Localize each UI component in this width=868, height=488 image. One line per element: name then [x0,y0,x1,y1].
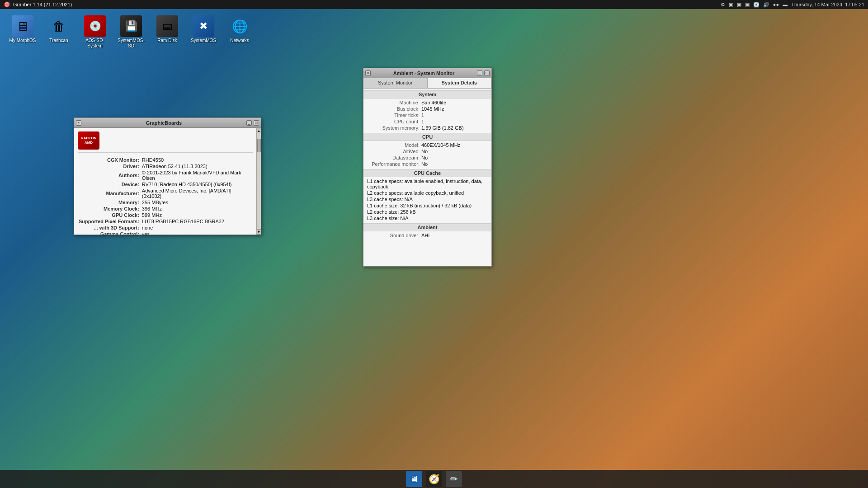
ramdisk-icon: 🖴 [156,15,178,37]
info-timer-ticks: Timer ticks: 1 [363,112,491,118]
row-value: none [142,225,252,230]
taskbar-edit-icon[interactable]: ✏ [446,471,462,487]
row-value: 255 MBytes [142,200,252,205]
mymorphos-icon: 🖥 [12,15,33,37]
trashcan-icon: 🗑 [48,15,70,37]
topbar-icon-win2[interactable]: ▣ [737,2,741,8]
row-label: ... with 3D Support: [79,225,141,230]
gb-min-button[interactable]: _ [246,120,252,126]
info-l2-size: L2 cache size: 256 kB [363,209,491,215]
graphic-boards-title: GraphicBoards [83,120,245,126]
topbar-icon-indicators: ●● [773,2,779,7]
topbar-left: 🎯 Grabber 1.14 (21.12.2021) [4,1,72,8]
desktop-icon-networks[interactable]: 🌐 Networks [224,14,255,51]
gb-scroll-thumb[interactable] [257,139,261,152]
radeon-logo: RADEONAMD [78,131,99,150]
topbar: 🎯 Grabber 1.14 (21.12.2021) ⚙ ▣ ▣ ▣ 💽 🔊 … [0,0,868,9]
gb-table: CGX Monitor:RHD4550Driver:ATIRadeon 52.4… [78,156,253,235]
graphic-boards-titlebar[interactable]: × GraphicBoards _ □ [74,118,261,128]
ambient-window: × Ambient · System Monitor _ □ System Mo… [363,68,492,267]
desktop-icon-aos-sd[interactable]: 💿 AOS-SD-System [79,14,111,51]
row-label: Device: [79,182,141,187]
section-system: System [363,90,491,99]
info-altivec: AltiVec: No [363,148,491,155]
mymorphos-label: My MorphOS [9,38,36,43]
info-l1-size: L1 cache size: 32 kB (instruction) / 32 … [363,202,491,209]
table-row: CGX Monitor:RHD4550 [79,157,252,163]
gb-header: RADEONAMD [78,131,253,153]
grabber-icon: 🎯 [4,1,10,8]
info-bus-clock: Bus clock: 1045 MHz [363,106,491,112]
taskbar-screen-icon[interactable]: 🖥 [406,471,422,487]
ramdisk-label: Ram Disk [157,38,177,43]
info-model: Model: 460EX/1045 MHz [363,142,491,148]
ambient-min-button[interactable]: _ [477,70,482,76]
info-datastream: Datastream: No [363,155,491,161]
table-row: Gamma Control:yes [79,231,252,235]
ambient-max-button[interactable]: □ [484,70,490,76]
info-l3-size: L3 cache size: N/A [363,215,491,221]
gb-content: RADEONAMD CGX Monitor:RHD4550Driver:ATIR… [74,128,256,235]
ambient-title: Ambient · System Monitor [373,70,475,76]
row-label: Memory Clock: [79,206,141,211]
systemmOS-icon: ✖ [193,15,214,37]
row-value: yes [142,231,252,235]
table-row: Device:RV710 [Radeon HD 4350/4550] (0x95… [79,182,252,187]
table-row: Manufacturer:Advanced Micro Devices, Inc… [79,188,252,199]
desktop-icon-systemos-sd[interactable]: 💾 SystemMOS-SD [115,14,147,51]
table-row: Memory:255 MBytes [79,200,252,205]
section-cpu: CPU [363,133,491,141]
trashcan-label: Trashcan [49,38,68,43]
info-l2-specs: L2 cache specs: available copyback, unif… [363,190,491,196]
info-sound-driver: Sound driver: AHI [363,232,491,239]
topbar-icon-win3[interactable]: ▣ [745,2,750,8]
section-cpu-cache: CPU Cache [363,169,491,177]
tab-system-monitor[interactable]: System Monitor [363,78,428,88]
desktop-icon-mymorphos[interactable]: 🖥 My MorphOS [7,14,38,51]
table-row: ... with 3D Support:none [79,225,252,230]
systemmOS-label: SystemMOS [191,38,216,43]
ambient-titlebar[interactable]: × Ambient · System Monitor _ □ [363,68,491,78]
row-value: 599 MHz [142,212,252,218]
desktop-icon-trashcan[interactable]: 🗑 Trashcan [43,14,75,51]
systemos-sd-icon: 💾 [120,15,142,37]
topbar-icon-hdd: 💽 [753,2,760,8]
row-label: Memory: [79,200,141,205]
desktop-icon-ramdisk[interactable]: 🖴 Ram Disk [151,14,183,51]
gb-scrollbar[interactable]: ▲ ▼ [256,128,261,235]
row-value: RV710 [Radeon HD 4350/4550] (0x954f) [142,182,252,187]
ambient-close-button[interactable]: × [365,70,371,76]
ambient-tabs: System Monitor System Details [363,78,491,89]
ambient-content: System Machine: Sam460lite Bus clock: 10… [363,89,491,266]
info-machine: Machine: Sam460lite [363,99,491,106]
desktop-icon-systemmOS[interactable]: ✖ SystemMOS [188,14,219,51]
gb-max-button[interactable]: □ [254,120,259,126]
topbar-icon-settings[interactable]: ⚙ [721,2,725,8]
aos-sd-label: AOS-SD-System [81,38,109,49]
networks-icon: 🌐 [229,15,250,37]
topbar-icon-win1[interactable]: ▣ [729,2,733,8]
row-value: RHD4550 [142,157,252,163]
row-label: Supported Pixel Formats: [79,219,141,224]
info-system-memory: System memory: 1.69 GiB (1.82 GB) [363,125,491,131]
info-cpu-count: CPU count: 1 [363,118,491,125]
topbar-icon-volume[interactable]: 🔊 [763,2,769,8]
row-label: GPU Clock: [79,212,141,218]
row-value: © 2001-2023 by Frank Mariak/VFD and Mark… [142,170,252,181]
tab-system-details[interactable]: System Details [428,78,492,88]
info-perf-monitor: Performance monitor: No [363,161,491,167]
gb-scroll-up[interactable]: ▲ [257,128,261,133]
row-label: Manufacturer: [79,188,141,199]
row-value: 396 MHz [142,206,252,211]
section-ambient: Ambient [363,223,491,231]
taskbar: 🖥 🧭 ✏ [0,470,868,488]
topbar-title: Grabber 1.14 (21.12.2021) [13,2,72,7]
taskbar-navigator-icon[interactable]: 🧭 [426,471,442,487]
topbar-datetime: Thursday, 14 Mar 2024, 17:05:21 [791,2,864,7]
row-value: ATIRadeon 52.41 (11.3.2023) [142,164,252,169]
gb-close-button[interactable]: × [76,120,81,126]
row-label: CGX Monitor: [79,157,141,163]
row-value: LUT8 RGB15PC RGB16PC BGRA32 [142,219,252,224]
desktop-icons: 🖥 My MorphOS 🗑 Trashcan 💿 AOS-SD-System … [5,11,258,53]
gb-scroll-down[interactable]: ▼ [257,229,261,235]
